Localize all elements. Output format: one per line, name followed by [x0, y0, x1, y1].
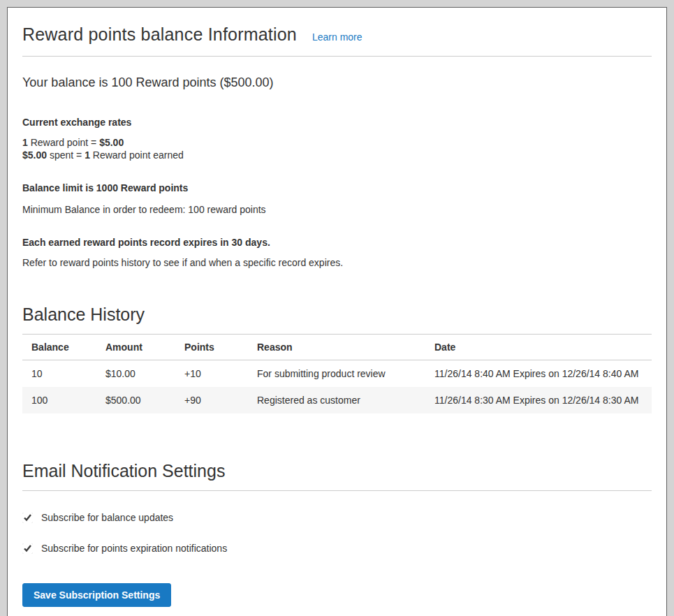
- balance-updates-label[interactable]: Subscribe for balance updates: [41, 512, 173, 523]
- rate2-text: spent =: [47, 149, 85, 161]
- exchange-rates-heading: Current exchange rates: [22, 117, 652, 128]
- table-cell: 11/26/14 8:40 AM Expires on 12/26/14 8:4…: [425, 360, 652, 388]
- table-cell: Registered as customer: [248, 387, 425, 413]
- min-balance-text: Minimum Balance in order to redeem: 100 …: [22, 204, 652, 215]
- table-header-cell: Date: [425, 335, 652, 360]
- table-row: 100$500.00+90Registered as customer11/26…: [22, 387, 652, 413]
- expiry-note-text: Refer to reward points history to see if…: [22, 257, 652, 268]
- reward-points-card: Reward points balance Information Learn …: [7, 7, 667, 616]
- table-header-cell: Amount: [96, 335, 175, 360]
- learn-more-link[interactable]: Learn more: [312, 31, 362, 43]
- expiration-notifications-label[interactable]: Subscribe for points expiration notifica…: [41, 543, 227, 554]
- table-header-cell: Points: [175, 335, 248, 360]
- page-title: Reward points balance Information: [22, 24, 297, 45]
- table-row: 10$10.00+10For submitting product review…: [22, 360, 652, 388]
- rate1-points: 1: [22, 137, 28, 148]
- save-subscription-button[interactable]: Save Subscription Settings: [22, 583, 171, 607]
- table-cell: +90: [175, 387, 248, 413]
- balance-history-table: BalanceAmountPointsReasonDate 10$10.00+1…: [22, 335, 652, 413]
- rate2-value: $5.00: [22, 149, 47, 161]
- balance-updates-checkbox[interactable]: [22, 513, 33, 523]
- checkbox-row-balance-updates: Subscribe for balance updates: [22, 512, 652, 523]
- rate1-value: $5.00: [99, 137, 124, 148]
- expiration-notifications-checkbox[interactable]: [22, 543, 33, 554]
- rate1-text: Reward point =: [28, 137, 99, 148]
- checkbox-row-expiration-notifications: Subscribe for points expiration notifica…: [22, 543, 652, 554]
- table-cell: $10.00: [96, 360, 175, 388]
- rate2-suffix: Reward point earned: [90, 149, 184, 161]
- balance-history-title: Balance History: [22, 305, 652, 335]
- exchange-rate-line-2: $5.00 spent = 1 Reward point earned: [22, 149, 652, 161]
- table-cell: 10: [22, 360, 96, 388]
- table-cell: +10: [175, 360, 248, 388]
- table-cell: $500.00: [96, 387, 175, 413]
- table-cell: 100: [22, 387, 96, 413]
- table-cell: For submitting product review: [248, 360, 425, 388]
- expiry-text: Each earned reward points record expires…: [22, 237, 652, 248]
- table-header-cell: Balance: [22, 335, 96, 360]
- balance-limit-text: Balance limit is 1000 Reward points: [22, 182, 652, 193]
- balance-summary: Your balance is 100 Reward points ($500.…: [22, 75, 652, 90]
- page-header: Reward points balance Information Learn …: [22, 24, 652, 57]
- email-settings-title: Email Notification Settings: [22, 461, 652, 491]
- rate2-points: 1: [85, 149, 90, 161]
- table-cell: 11/26/14 8:30 AM Expires on 12/26/14 8:3…: [425, 387, 652, 413]
- table-header-cell: Reason: [248, 335, 425, 360]
- table-header-row: BalanceAmountPointsReasonDate: [22, 335, 652, 360]
- exchange-rate-line-1: 1 Reward point = $5.00: [22, 136, 652, 149]
